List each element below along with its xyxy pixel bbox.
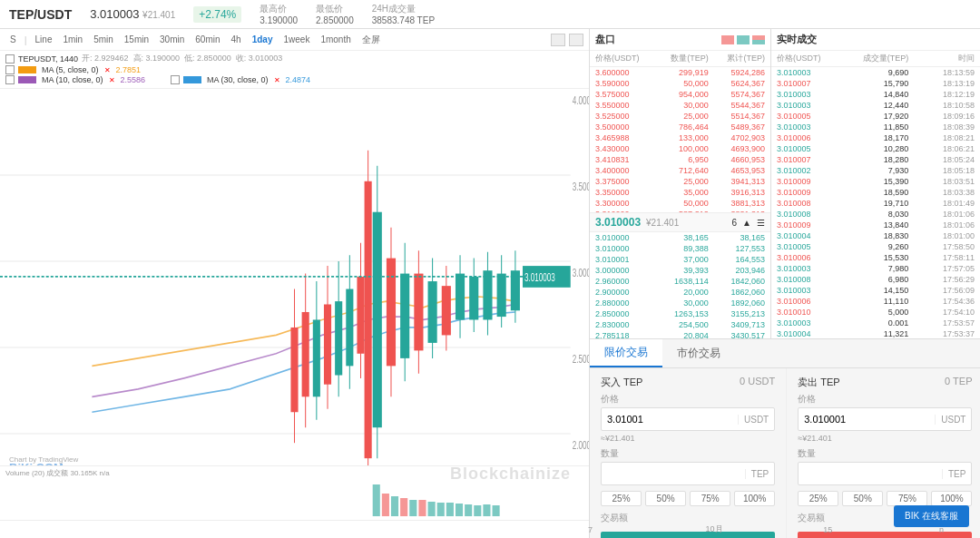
bid-row[interactable]: 2.88000030,0001892,060: [590, 298, 770, 308]
ask-row[interactable]: 3.600000299,9195924,286: [590, 67, 770, 78]
ob-icon-bids[interactable]: [737, 35, 750, 44]
bid-row[interactable]: 2.78511820,8043430,517: [590, 330, 770, 338]
sell-pct-50[interactable]: 50%: [842, 491, 883, 506]
bid-row[interactable]: 2.9600001638,1141842,060: [590, 276, 770, 287]
ask-row[interactable]: 3.430000100,0004693,900: [590, 143, 770, 154]
orderbook-mid: 3.010003 ¥21.401 6 ▲ ☰: [590, 212, 770, 232]
ma5-checkbox[interactable]: [5, 65, 15, 74]
ask-row[interactable]: 3.30000050,0003881,313: [590, 198, 770, 209]
trading-pair[interactable]: TEP/USDT: [9, 7, 72, 22]
buy-pct-50[interactable]: 50%: [645, 491, 686, 506]
sell-pct-100[interactable]: 100%: [931, 491, 972, 506]
tf-1day[interactable]: 1day: [248, 34, 278, 45]
ask-row[interactable]: 3.55000030,0005544,367: [590, 100, 770, 111]
sell-price-input[interactable]: [799, 414, 935, 425]
ob-icon-asks[interactable]: [721, 35, 734, 44]
buy-submit-button[interactable]: 登录注册: [601, 532, 775, 538]
ask-row[interactable]: 3.59000050,0005624,367: [590, 78, 770, 89]
ma10-close-icon[interactable]: ✕: [109, 76, 115, 84]
tf-15min[interactable]: 15min: [120, 34, 153, 45]
sell-pct-bar[interactable]: 25% 50% 75% 100%: [798, 491, 972, 506]
svg-rect-46: [357, 277, 364, 354]
indicator-checkbox[interactable]: [5, 54, 15, 64]
candlestick-chart: 4.000000 3.500000 3.000000 2.500000 2.00…: [0, 89, 589, 520]
ma5-close-icon[interactable]: ✕: [104, 66, 111, 74]
chart-type-bar-icon[interactable]: [569, 34, 583, 46]
tf-4h[interactable]: 4h: [227, 34, 246, 45]
mid-up-icon[interactable]: ▲: [742, 218, 751, 228]
svg-rect-52: [373, 484, 380, 516]
ask-row[interactable]: 3.35000035,0003916,313: [590, 187, 770, 198]
tf-1min[interactable]: 1min: [58, 34, 87, 45]
svg-rect-20: [428, 281, 437, 343]
ask-row[interactable]: 3.310000587,3123831,313: [590, 209, 770, 212]
tab-market[interactable]: 市价交易: [662, 339, 735, 367]
tab-limit[interactable]: 限价交易: [590, 339, 662, 367]
ask-row[interactable]: 3.500000786,4645489,367: [590, 122, 770, 132]
bid-row[interactable]: 3.00000039,393203,946: [590, 265, 770, 276]
main-indicator-name: TEPUSDT, 1440: [18, 54, 78, 64]
bid-row[interactable]: 2.830000254,5003409,713: [590, 319, 770, 330]
live-chat-button[interactable]: BIK 在线客服: [894, 505, 969, 527]
orderbook-icons: [721, 35, 765, 44]
chart-type-candle-icon[interactable]: [551, 34, 565, 46]
trades-rows: 3.0100039,69018:13:59 3.01000715,79018:1…: [771, 67, 980, 338]
ma30-value: 2.4874: [286, 75, 311, 84]
sell-price-equiv: ≈¥21.401: [798, 433, 972, 444]
tf-5min[interactable]: 5min: [89, 34, 118, 45]
svg-rect-44: [346, 289, 353, 367]
tf-30min[interactable]: 30min: [155, 34, 189, 45]
ask-row[interactable]: 3.575000954,0005574,367: [590, 89, 770, 100]
ask-row[interactable]: 3.400000712,6404653,953: [590, 165, 770, 176]
trade-row: 3.01000915,39018:03:51: [771, 176, 980, 187]
bid-row[interactable]: 2.8500001263,1533155,213: [590, 308, 770, 319]
sell-pct-75[interactable]: 75%: [887, 491, 927, 506]
trade-row: 3.01000918,59018:03:38: [771, 187, 980, 198]
form-tabs[interactable]: 限价交易 市价交易: [590, 339, 980, 368]
svg-rect-60: [446, 503, 454, 516]
ask-row[interactable]: 3.4108316,9504660,953: [590, 154, 770, 165]
ma30-close-icon[interactable]: ✕: [274, 76, 280, 84]
tf-60min[interactable]: 60min: [191, 34, 224, 45]
sell-qty-label: 数量: [798, 447, 972, 460]
tf-1month[interactable]: 1month: [316, 34, 355, 45]
ob-icon-both[interactable]: [752, 35, 765, 44]
xaxis-label-7: 7: [588, 525, 593, 534]
mid-settings-icon[interactable]: ☰: [757, 218, 765, 228]
svg-rect-26: [469, 277, 478, 320]
bid-row[interactable]: 2.90000020,0001862,060: [590, 287, 770, 298]
volume-chart: [0, 480, 589, 516]
svg-rect-18: [414, 274, 423, 351]
buy-qty-input[interactable]: [602, 468, 745, 479]
ma10-checkbox[interactable]: [5, 75, 15, 84]
ma30-checkbox[interactable]: [171, 75, 180, 84]
ask-row[interactable]: 3.37500025,0003941,313: [590, 176, 770, 187]
svg-text:3.500000: 3.500000: [573, 180, 589, 193]
trade-row: 3.01000913,84018:01:06: [771, 220, 980, 230]
timeframe-bar[interactable]: S | Line 1min 5min 15min 30min 60min 4h …: [0, 29, 589, 51]
ask-row[interactable]: 3.52500025,0005514,367: [590, 111, 770, 122]
bid-row[interactable]: 3.01000089,388127,553: [590, 243, 770, 254]
buy-pct-25[interactable]: 25%: [601, 491, 642, 506]
sell-qty-input[interactable]: [799, 468, 942, 479]
bid-row[interactable]: 3.01000137,000164,553: [590, 254, 770, 265]
svg-text:4.000000: 4.000000: [573, 93, 589, 107]
svg-rect-38: [313, 319, 320, 396]
chart-canvas[interactable]: 4.000000 3.500000 3.000000 2.500000 2.00…: [0, 89, 589, 520]
bid-row[interactable]: 3.01000038,16538,165: [590, 232, 770, 243]
tf-fullscreen[interactable]: 全屏: [358, 33, 385, 47]
buy-total-label: 交易额: [601, 512, 775, 524]
sell-pct-25[interactable]: 25%: [798, 491, 838, 506]
trade-row: 3.01000618,17018:08:21: [771, 132, 980, 143]
buy-pct-bar[interactable]: 25% 50% 75% 100%: [601, 491, 775, 506]
ask-row[interactable]: 3.465988133,0004702,903: [590, 132, 770, 143]
tf-1week[interactable]: 1week: [279, 34, 314, 45]
tf-line[interactable]: Line: [31, 34, 57, 45]
tf-s[interactable]: S: [5, 34, 21, 45]
trades-title: 实时成交: [777, 33, 817, 46]
buy-pct-75[interactable]: 75%: [690, 491, 730, 506]
buy-pct-100[interactable]: 100%: [734, 491, 775, 506]
svg-rect-48: [365, 181, 372, 458]
buy-price-input[interactable]: [602, 414, 738, 425]
trades-columns: 价格(USDT) 成交量(TEP) 时间: [771, 51, 980, 67]
